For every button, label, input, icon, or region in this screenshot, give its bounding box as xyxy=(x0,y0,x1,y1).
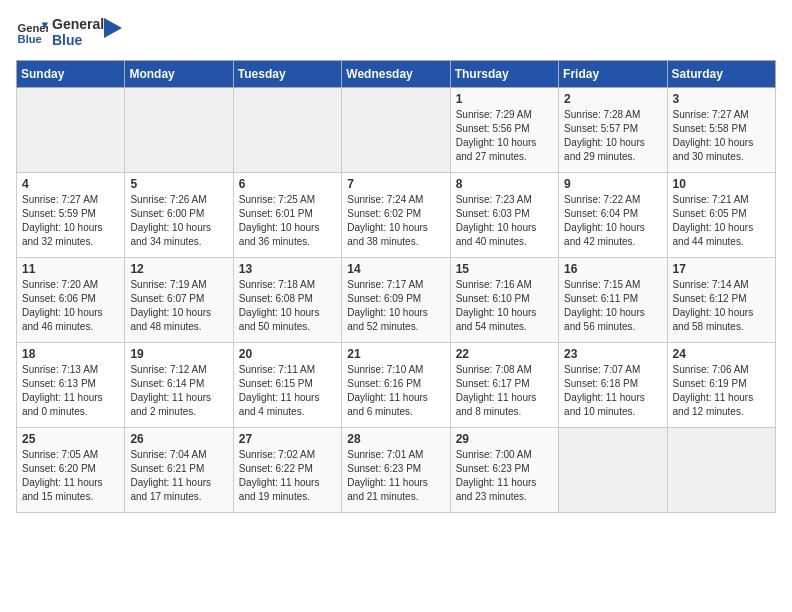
day-info: Sunrise: 7:27 AMSunset: 5:59 PMDaylight:… xyxy=(22,193,119,249)
col-header-monday: Monday xyxy=(125,61,233,88)
day-info: Sunrise: 7:04 AMSunset: 6:21 PMDaylight:… xyxy=(130,448,227,504)
day-number: 18 xyxy=(22,347,119,361)
day-number: 17 xyxy=(673,262,770,276)
logo-arrow-icon xyxy=(104,18,122,38)
svg-marker-3 xyxy=(104,18,122,38)
day-cell: 18Sunrise: 7:13 AMSunset: 6:13 PMDayligh… xyxy=(17,343,125,428)
day-number: 1 xyxy=(456,92,553,106)
logo-blue: Blue xyxy=(52,32,104,48)
day-cell: 4Sunrise: 7:27 AMSunset: 5:59 PMDaylight… xyxy=(17,173,125,258)
day-number: 28 xyxy=(347,432,444,446)
day-number: 14 xyxy=(347,262,444,276)
day-number: 24 xyxy=(673,347,770,361)
day-cell xyxy=(125,88,233,173)
day-info: Sunrise: 7:14 AMSunset: 6:12 PMDaylight:… xyxy=(673,278,770,334)
col-header-sunday: Sunday xyxy=(17,61,125,88)
day-info: Sunrise: 7:28 AMSunset: 5:57 PMDaylight:… xyxy=(564,108,661,164)
day-info: Sunrise: 7:20 AMSunset: 6:06 PMDaylight:… xyxy=(22,278,119,334)
week-row-5: 25Sunrise: 7:05 AMSunset: 6:20 PMDayligh… xyxy=(17,428,776,513)
day-info: Sunrise: 7:18 AMSunset: 6:08 PMDaylight:… xyxy=(239,278,336,334)
day-number: 22 xyxy=(456,347,553,361)
day-number: 12 xyxy=(130,262,227,276)
day-number: 11 xyxy=(22,262,119,276)
day-info: Sunrise: 7:08 AMSunset: 6:17 PMDaylight:… xyxy=(456,363,553,419)
day-info: Sunrise: 7:26 AMSunset: 6:00 PMDaylight:… xyxy=(130,193,227,249)
page-header: General Blue General Blue xyxy=(16,16,776,48)
day-number: 25 xyxy=(22,432,119,446)
day-cell: 24Sunrise: 7:06 AMSunset: 6:19 PMDayligh… xyxy=(667,343,775,428)
day-cell: 23Sunrise: 7:07 AMSunset: 6:18 PMDayligh… xyxy=(559,343,667,428)
day-number: 27 xyxy=(239,432,336,446)
col-header-tuesday: Tuesday xyxy=(233,61,341,88)
day-info: Sunrise: 7:29 AMSunset: 5:56 PMDaylight:… xyxy=(456,108,553,164)
day-number: 20 xyxy=(239,347,336,361)
day-cell xyxy=(667,428,775,513)
day-cell xyxy=(559,428,667,513)
day-cell: 7Sunrise: 7:24 AMSunset: 6:02 PMDaylight… xyxy=(342,173,450,258)
day-info: Sunrise: 7:25 AMSunset: 6:01 PMDaylight:… xyxy=(239,193,336,249)
day-info: Sunrise: 7:12 AMSunset: 6:14 PMDaylight:… xyxy=(130,363,227,419)
day-info: Sunrise: 7:16 AMSunset: 6:10 PMDaylight:… xyxy=(456,278,553,334)
day-number: 19 xyxy=(130,347,227,361)
day-info: Sunrise: 7:01 AMSunset: 6:23 PMDaylight:… xyxy=(347,448,444,504)
day-info: Sunrise: 7:00 AMSunset: 6:23 PMDaylight:… xyxy=(456,448,553,504)
day-info: Sunrise: 7:13 AMSunset: 6:13 PMDaylight:… xyxy=(22,363,119,419)
day-cell: 25Sunrise: 7:05 AMSunset: 6:20 PMDayligh… xyxy=(17,428,125,513)
logo-general: General xyxy=(52,16,104,32)
day-cell: 6Sunrise: 7:25 AMSunset: 6:01 PMDaylight… xyxy=(233,173,341,258)
day-cell: 29Sunrise: 7:00 AMSunset: 6:23 PMDayligh… xyxy=(450,428,558,513)
day-info: Sunrise: 7:06 AMSunset: 6:19 PMDaylight:… xyxy=(673,363,770,419)
calendar-table: SundayMondayTuesdayWednesdayThursdayFrid… xyxy=(16,60,776,513)
day-cell: 11Sunrise: 7:20 AMSunset: 6:06 PMDayligh… xyxy=(17,258,125,343)
day-number: 23 xyxy=(564,347,661,361)
day-cell: 26Sunrise: 7:04 AMSunset: 6:21 PMDayligh… xyxy=(125,428,233,513)
col-header-wednesday: Wednesday xyxy=(342,61,450,88)
day-number: 13 xyxy=(239,262,336,276)
day-info: Sunrise: 7:05 AMSunset: 6:20 PMDaylight:… xyxy=(22,448,119,504)
day-cell: 14Sunrise: 7:17 AMSunset: 6:09 PMDayligh… xyxy=(342,258,450,343)
day-number: 8 xyxy=(456,177,553,191)
day-cell: 5Sunrise: 7:26 AMSunset: 6:00 PMDaylight… xyxy=(125,173,233,258)
calendar-header-row: SundayMondayTuesdayWednesdayThursdayFrid… xyxy=(17,61,776,88)
day-number: 3 xyxy=(673,92,770,106)
day-cell: 19Sunrise: 7:12 AMSunset: 6:14 PMDayligh… xyxy=(125,343,233,428)
day-cell: 2Sunrise: 7:28 AMSunset: 5:57 PMDaylight… xyxy=(559,88,667,173)
day-info: Sunrise: 7:02 AMSunset: 6:22 PMDaylight:… xyxy=(239,448,336,504)
day-cell: 10Sunrise: 7:21 AMSunset: 6:05 PMDayligh… xyxy=(667,173,775,258)
day-info: Sunrise: 7:22 AMSunset: 6:04 PMDaylight:… xyxy=(564,193,661,249)
week-row-3: 11Sunrise: 7:20 AMSunset: 6:06 PMDayligh… xyxy=(17,258,776,343)
day-cell: 3Sunrise: 7:27 AMSunset: 5:58 PMDaylight… xyxy=(667,88,775,173)
day-cell xyxy=(17,88,125,173)
day-cell xyxy=(342,88,450,173)
day-cell: 9Sunrise: 7:22 AMSunset: 6:04 PMDaylight… xyxy=(559,173,667,258)
day-info: Sunrise: 7:19 AMSunset: 6:07 PMDaylight:… xyxy=(130,278,227,334)
week-row-2: 4Sunrise: 7:27 AMSunset: 5:59 PMDaylight… xyxy=(17,173,776,258)
day-cell: 28Sunrise: 7:01 AMSunset: 6:23 PMDayligh… xyxy=(342,428,450,513)
day-number: 9 xyxy=(564,177,661,191)
day-cell: 16Sunrise: 7:15 AMSunset: 6:11 PMDayligh… xyxy=(559,258,667,343)
day-cell: 8Sunrise: 7:23 AMSunset: 6:03 PMDaylight… xyxy=(450,173,558,258)
day-info: Sunrise: 7:11 AMSunset: 6:15 PMDaylight:… xyxy=(239,363,336,419)
day-cell: 22Sunrise: 7:08 AMSunset: 6:17 PMDayligh… xyxy=(450,343,558,428)
day-cell xyxy=(233,88,341,173)
day-info: Sunrise: 7:21 AMSunset: 6:05 PMDaylight:… xyxy=(673,193,770,249)
day-number: 2 xyxy=(564,92,661,106)
day-cell: 12Sunrise: 7:19 AMSunset: 6:07 PMDayligh… xyxy=(125,258,233,343)
week-row-1: 1Sunrise: 7:29 AMSunset: 5:56 PMDaylight… xyxy=(17,88,776,173)
day-cell: 13Sunrise: 7:18 AMSunset: 6:08 PMDayligh… xyxy=(233,258,341,343)
day-number: 7 xyxy=(347,177,444,191)
day-number: 6 xyxy=(239,177,336,191)
day-number: 15 xyxy=(456,262,553,276)
day-number: 10 xyxy=(673,177,770,191)
day-cell: 17Sunrise: 7:14 AMSunset: 6:12 PMDayligh… xyxy=(667,258,775,343)
day-info: Sunrise: 7:10 AMSunset: 6:16 PMDaylight:… xyxy=(347,363,444,419)
day-info: Sunrise: 7:27 AMSunset: 5:58 PMDaylight:… xyxy=(673,108,770,164)
day-info: Sunrise: 7:23 AMSunset: 6:03 PMDaylight:… xyxy=(456,193,553,249)
day-info: Sunrise: 7:24 AMSunset: 6:02 PMDaylight:… xyxy=(347,193,444,249)
day-number: 29 xyxy=(456,432,553,446)
week-row-4: 18Sunrise: 7:13 AMSunset: 6:13 PMDayligh… xyxy=(17,343,776,428)
day-number: 16 xyxy=(564,262,661,276)
logo-icon: General Blue xyxy=(16,16,48,48)
day-number: 5 xyxy=(130,177,227,191)
col-header-thursday: Thursday xyxy=(450,61,558,88)
